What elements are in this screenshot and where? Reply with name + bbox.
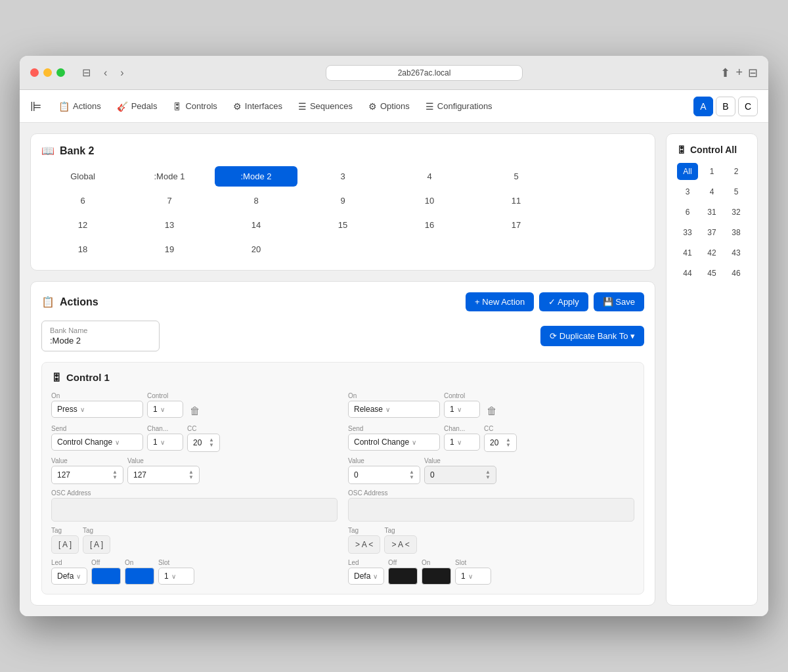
forward-button[interactable]: › (116, 65, 127, 80)
press-chan-select[interactable]: 1 ∨ (147, 434, 183, 451)
configurations-nav-icon: ☰ (426, 101, 434, 112)
bank-cell-12[interactable]: 12 (41, 215, 124, 235)
press-value2-input[interactable]: 127 ▲ ▼ (127, 466, 200, 484)
release-led-select[interactable]: Defa ∨ (348, 568, 384, 585)
save-button[interactable]: 💾 Save (594, 292, 644, 311)
press-tag1-input[interactable]: [ A ] (51, 535, 79, 554)
ca-33-button[interactable]: 33 (677, 224, 698, 241)
ca-42-button[interactable]: 42 (701, 244, 722, 261)
ca-43-button[interactable]: 43 (726, 244, 747, 261)
ca-3-button[interactable]: 3 (677, 183, 698, 200)
bank-cell-global[interactable]: Global (41, 166, 124, 187)
press-send-select[interactable]: Control Change ∨ (51, 434, 143, 451)
bank-cell-13[interactable]: 13 (128, 215, 211, 235)
press-delete-button[interactable]: 🗑 (187, 403, 203, 420)
press-v2-down[interactable]: ▼ (188, 475, 194, 480)
url-bar[interactable]: 2ab267ac.local (326, 65, 523, 81)
bank-cell-5[interactable]: 5 (475, 166, 558, 187)
bank-cell-16[interactable]: 16 (388, 215, 471, 235)
release-send-select[interactable]: Control Change ∨ (348, 434, 440, 451)
release-cc-down[interactable]: ▼ (506, 443, 511, 448)
press-value1-input[interactable]: 127 ▲ ▼ (51, 466, 123, 484)
bank-cell-6[interactable]: 6 (41, 190, 124, 211)
release-slot-select[interactable]: 1 ∨ (455, 568, 491, 585)
control-all-icon: 🎛 (677, 145, 686, 155)
release-cc-input[interactable]: 20 ▲ ▼ (484, 434, 517, 452)
release-tag2-group: Tag > A < (384, 527, 416, 554)
press-osc-input[interactable] (51, 498, 338, 522)
press-led-select[interactable]: Defa ∨ (51, 568, 87, 585)
press-on-select[interactable]: Press ∨ (51, 401, 143, 418)
new-action-button[interactable]: + New Action (466, 292, 534, 311)
ca-5-button[interactable]: 5 (726, 183, 747, 200)
bank-cell-mode1[interactable]: :Mode 1 (128, 166, 211, 187)
release-off-color[interactable] (388, 568, 418, 585)
release-delete-button[interactable]: 🗑 (484, 403, 500, 420)
bank-name-box[interactable]: Bank Name :Mode 2 (41, 321, 160, 351)
release-chan-select[interactable]: 1 ∨ (444, 434, 480, 451)
apply-button[interactable]: ✓ Apply (539, 292, 588, 311)
nav-actions[interactable]: 📋 Actions (52, 97, 108, 116)
ca-all-button[interactable]: All (677, 163, 698, 180)
ca-37-button[interactable]: 37 (701, 224, 722, 241)
release-v1-down[interactable]: ▼ (409, 475, 414, 480)
nav-configurations[interactable]: ☰ Configurations (419, 97, 499, 116)
ca-2-button[interactable]: 2 (726, 163, 747, 180)
ca-6-button[interactable]: 6 (677, 204, 698, 221)
abc-a-button[interactable]: A (693, 97, 713, 116)
press-cc-input[interactable]: 20 ▲ ▼ (187, 434, 220, 452)
bank-cell-mode2[interactable]: :Mode 2 (215, 166, 297, 187)
release-v2-down[interactable]: ▼ (485, 475, 491, 480)
bank-cell-7[interactable]: 7 (128, 190, 211, 211)
back-button[interactable]: ‹ (100, 65, 111, 80)
press-slot-select[interactable]: 1 ∨ (158, 568, 194, 585)
bank-cell-14[interactable]: 14 (215, 215, 297, 235)
bank-cell-19[interactable]: 19 (128, 239, 211, 259)
maximize-button[interactable] (56, 68, 65, 77)
bank-cell-8[interactable]: 8 (215, 190, 297, 211)
ca-44-button[interactable]: 44 (677, 265, 698, 282)
minimize-button[interactable] (43, 68, 52, 77)
release-control-select[interactable]: 1 ∨ (444, 401, 480, 418)
ca-46-button[interactable]: 46 (726, 265, 747, 282)
ca-45-button[interactable]: 45 (701, 265, 722, 282)
release-value2-input[interactable]: 0 ▲ ▼ (424, 466, 496, 484)
nav-sequences[interactable]: ☰ Sequences (292, 97, 359, 116)
ca-38-button[interactable]: 38 (726, 224, 747, 241)
nav-interfaces[interactable]: ⚙ Interfaces (227, 97, 289, 116)
bank-cell-4[interactable]: 4 (388, 166, 471, 187)
bank-cell-9[interactable]: 9 (301, 190, 384, 211)
abc-c-button[interactable]: C (738, 97, 758, 116)
duplicate-bank-button[interactable]: ⟳ Duplicate Bank To ▾ (540, 326, 644, 346)
ca-41-button[interactable]: 41 (677, 244, 698, 261)
bank-cell-11[interactable]: 11 (475, 190, 558, 211)
bank-cell-18[interactable]: 18 (41, 239, 124, 259)
release-on-color[interactable] (422, 568, 451, 585)
release-tag1-input[interactable]: > A < (348, 535, 380, 554)
press-off-color[interactable] (91, 568, 121, 585)
nav-pedals[interactable]: 🎸 Pedals (110, 97, 164, 116)
press-cc-down[interactable]: ▼ (209, 443, 214, 448)
release-osc-input[interactable] (348, 498, 634, 522)
bank-cell-15[interactable]: 15 (301, 215, 384, 235)
press-on-color[interactable] (125, 568, 154, 585)
press-tag2-input[interactable]: [ A ] (83, 535, 110, 554)
press-v1-down[interactable]: ▼ (112, 475, 118, 480)
ca-31-button[interactable]: 31 (701, 204, 722, 221)
bank-cell-17[interactable]: 17 (475, 215, 558, 235)
release-value1-input[interactable]: 0 ▲ ▼ (348, 466, 420, 484)
release-tag2-input[interactable]: > A < (384, 535, 416, 554)
nav-controls[interactable]: 🎛 Controls (166, 97, 223, 116)
ca-32-button[interactable]: 32 (726, 204, 747, 221)
abc-b-button[interactable]: B (716, 97, 735, 116)
bank-cell-10[interactable]: 10 (388, 190, 471, 211)
ca-1-button[interactable]: 1 (701, 163, 722, 180)
close-button[interactable] (30, 68, 39, 77)
bank-cell-20[interactable]: 20 (215, 239, 297, 259)
bank-cell-3[interactable]: 3 (301, 166, 384, 187)
ca-4-button[interactable]: 4 (701, 183, 722, 200)
nav-options[interactable]: ⚙ Options (362, 97, 416, 116)
release-on-select[interactable]: Release ∨ (348, 401, 440, 418)
press-control-select[interactable]: 1 ∨ (147, 401, 183, 418)
sidebar-toggle-button[interactable]: ⊟ (78, 65, 95, 80)
